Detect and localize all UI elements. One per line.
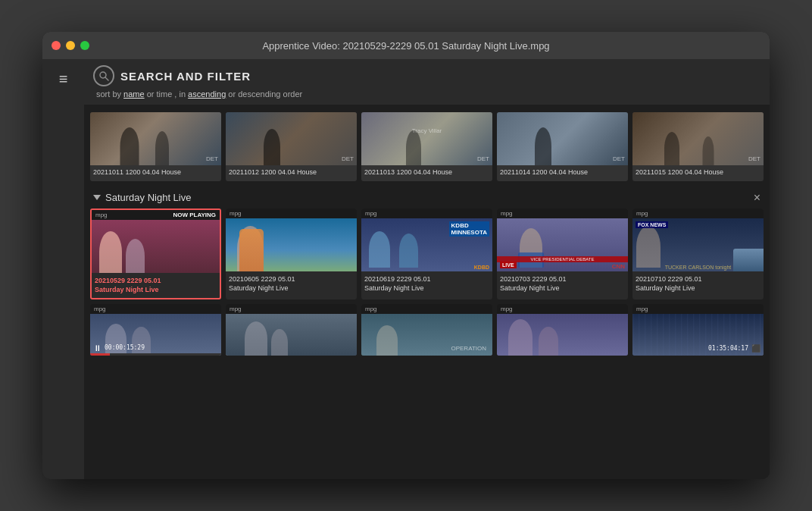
pb-mpg-label-4: mpg (636, 306, 648, 312)
snl-thumb-2: KDBDMINNESOTA KDBD (361, 218, 492, 271)
snl-thumb-1 (226, 218, 357, 271)
sort-text-5: order (283, 89, 303, 99)
sort-descending-link[interactable]: descending (238, 89, 280, 99)
snl-card-0[interactable]: mpg NOW PLAYING 20210529 2229 05.01Satur… (90, 208, 221, 299)
close-section-button[interactable]: × (754, 192, 760, 204)
scroll-area[interactable]: DET 20211011 1200 04.04 House DET 202110… (84, 105, 770, 479)
search-row: SEARCH AND FILTER (93, 65, 760, 86)
snl-thumb-3: LIVE CNN VICE PRESIDENTIAL DEBATE (497, 218, 628, 271)
playback-card-1[interactable]: mpg (226, 304, 357, 356)
cnn-live-overlay: LIVE (500, 262, 517, 268)
house-video-row: DET 20211011 1200 04.04 House DET 202110… (90, 112, 764, 181)
now-playing-badge: NOW PLAYING (173, 212, 216, 218)
house-card-1[interactable]: DET 20211012 1200 04.04 House (226, 112, 357, 181)
end-timecode: 01:35:04:17 (708, 345, 748, 352)
snl-thumb-4: FOX NEWS TUCKER CARLSON tonight (632, 218, 764, 271)
svg-line-1 (105, 77, 108, 80)
house-card-2[interactable]: DET Tracy Villar 20211013 1200 04.04 Hou… (361, 112, 492, 181)
fox-overlay: FOX NEWS (636, 221, 668, 228)
capitol-overlay (733, 249, 764, 271)
house-thumb-4: DET (632, 112, 764, 165)
snl-card-2[interactable]: mpg KDBDMINNESOTA KDBD 20210619 2229 05.… (361, 208, 492, 299)
mpg-label-4: mpg (636, 210, 648, 217)
house-card-0[interactable]: DET 20211011 1200 04.04 House (90, 112, 221, 181)
house-card-4[interactable]: DET 20211015 1200 04.04 House (632, 112, 764, 181)
main-area: ≡ SEARCH AND FILTER sort by name (42, 59, 770, 479)
pb-thumb-1 (226, 314, 357, 356)
snl-label-0: 20210529 2229 05.01Saturday Night Live (92, 273, 220, 298)
sort-text-4: or (228, 89, 236, 99)
snl-card-4[interactable]: mpg FOX NEWS TUCKER CARLSON tonight 2021… (632, 208, 764, 299)
snl-label-2: 20210619 2229 05.01Saturday Night Live (361, 271, 492, 296)
search-icon[interactable] (93, 65, 114, 86)
sidebar: ≡ (42, 59, 84, 479)
pb-mpg-badge-4: mpg (632, 304, 764, 314)
snl-mpg-badge-0: mpg NOW PLAYING (92, 210, 220, 220)
snl-label-1: 20210605 2229 05.01Saturday Night Live (226, 271, 357, 296)
snl-mpg-badge-3: mpg (497, 208, 628, 218)
snl-thumb-0 (92, 220, 220, 273)
house-label-2: 20211013 1200 04.04 House (361, 165, 492, 181)
close-button[interactable] (52, 41, 61, 50)
minimize-button[interactable] (66, 41, 75, 50)
search-title: SEARCH AND FILTER (120, 70, 251, 83)
content-area: SEARCH AND FILTER sort by name or time ,… (84, 59, 770, 479)
house-thumb-2: DET Tracy Villar (361, 112, 492, 165)
mpg-label-1: mpg (230, 210, 242, 217)
pb-thumb-0: ⏸ 00:00:15:29 (90, 314, 221, 356)
sort-time-link[interactable]: time (157, 89, 173, 99)
pb-mpg-badge-2: mpg (361, 304, 492, 314)
sort-controls: sort by name or time , in ascending or d… (93, 89, 760, 99)
playback-card-2[interactable]: mpg OPERATION (361, 304, 492, 356)
mpg-label-0: mpg (95, 212, 108, 218)
pb-mpg-label-3: mpg (501, 306, 513, 312)
pb-mpg-badge-3: mpg (497, 304, 628, 314)
start-timecode: 00:00:15:29 (105, 344, 145, 351)
snl-card-1[interactable]: mpg 20210605 2229 05.01Saturday Night Li… (226, 208, 357, 299)
search-bar: SEARCH AND FILTER sort by name or time ,… (84, 59, 770, 105)
mpg-label-2: mpg (365, 210, 377, 217)
kdbd-overlay: KDBDMINNESOTA (449, 221, 489, 237)
playback-card-4[interactable]: mpg 01:35:04:17 ⬛ (632, 304, 764, 356)
house-thumb-0: DET (90, 112, 221, 165)
house-label-0: 20211011 1200 04.04 House (90, 165, 221, 181)
playback-card-0[interactable]: mpg ⏸ (90, 304, 221, 356)
snl-mpg-badge-1: mpg (226, 208, 357, 218)
snl-header-left: Saturday Night Live (93, 192, 191, 203)
house-label-4: 20211015 1200 04.04 House (632, 165, 764, 181)
playback-card-3[interactable]: mpg (497, 304, 628, 356)
sort-text-1: sort by (96, 89, 121, 99)
pb-mpg-badge-0: mpg (90, 304, 221, 314)
fullscreen-icon[interactable]: ⬛ (751, 344, 760, 353)
collapse-triangle-icon[interactable] (93, 195, 101, 200)
app-window: Apprentice Video: 20210529-2229 05.01 Sa… (42, 32, 770, 479)
snl-mpg-badge-4: mpg (632, 208, 764, 218)
snl-label-3: 20210703 2229 05.01Saturday Night Live (497, 271, 628, 296)
snl-mpg-badge-2: mpg (361, 208, 492, 218)
pb-thumb-4: 01:35:04:17 ⬛ (632, 314, 764, 356)
pb-thumb-3 (497, 314, 628, 356)
sort-text-2: or (147, 89, 155, 99)
house-label-3: 20211014 1200 04.04 House (497, 165, 628, 181)
snl-section-header: Saturday Night Live × (90, 187, 764, 208)
pb-mpg-label-2: mpg (365, 306, 377, 312)
playback-row: mpg ⏸ (90, 304, 764, 356)
pb-mpg-badge-1: mpg (226, 304, 357, 314)
sort-name-link[interactable]: name (123, 89, 145, 99)
snl-card-3[interactable]: mpg LIVE CNN VICE PRESIDENTIAL DEBATE 20… (497, 208, 628, 299)
house-thumb-3: DET (497, 112, 628, 165)
house-label-1: 20211012 1200 04.04 House (226, 165, 357, 181)
mpg-label-3: mpg (501, 210, 513, 217)
house-grid: DET 20211011 1200 04.04 House DET 202110… (90, 112, 764, 181)
snl-section-title: Saturday Night Live (105, 192, 191, 203)
traffic-lights (52, 41, 89, 50)
sort-text-3: , in (174, 89, 186, 99)
hamburger-menu[interactable]: ≡ (55, 67, 72, 92)
snl-label-4: 20210710 2229 05.01Saturday Night Live (632, 271, 764, 296)
house-card-3[interactable]: DET 20211014 1200 04.04 House (497, 112, 628, 181)
titlebar: Apprentice Video: 20210529-2229 05.01 Sa… (42, 32, 770, 59)
sort-ascending-link[interactable]: ascending (188, 89, 226, 99)
pb-mpg-label-1: mpg (230, 306, 242, 312)
pb-thumb-2: OPERATION (361, 314, 492, 356)
maximize-button[interactable] (80, 41, 89, 50)
